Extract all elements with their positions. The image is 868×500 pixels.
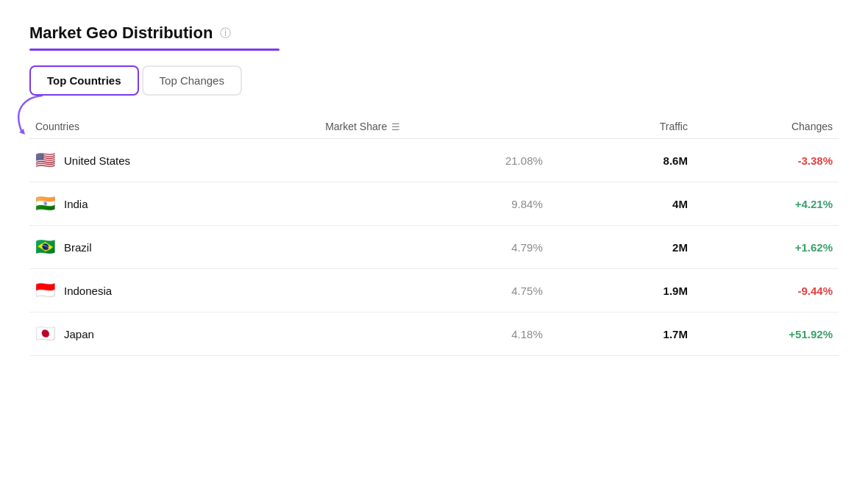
col-header-market-share: Market Share ☰ (325, 121, 543, 132)
market-share-value: 4.75% (325, 285, 543, 297)
country-flag: 🇧🇷 (35, 239, 55, 255)
page-title: Market Geo Distribution (29, 24, 213, 43)
change-value: +1.62% (688, 241, 833, 254)
change-value: -3.38% (688, 154, 833, 167)
change-value: +51.92% (688, 328, 833, 340)
country-name: United States (64, 154, 130, 167)
country-name: Brazil (64, 241, 92, 254)
market-share-value: 21.08% (325, 154, 543, 167)
country-flag: 🇮🇩 (35, 282, 55, 299)
filter-icon[interactable]: ☰ (391, 121, 400, 132)
info-icon[interactable]: ⓘ (220, 26, 231, 40)
title-underline (29, 49, 280, 51)
market-share-value: 9.84% (325, 198, 543, 210)
table-body: 🇺🇸 United States 21.08% 8.6M -3.38% 🇮🇳 I… (29, 139, 839, 356)
country-flag: 🇺🇸 (35, 152, 55, 168)
change-value: -9.44% (688, 285, 833, 297)
country-cell: 🇧🇷 Brazil (35, 239, 325, 255)
traffic-value: 1.9M (543, 285, 688, 297)
market-share-value: 4.79% (325, 241, 543, 254)
traffic-value: 1.7M (543, 328, 688, 340)
country-flag: 🇮🇳 (35, 196, 55, 212)
traffic-value: 2M (543, 241, 688, 254)
tab-top-changes[interactable]: Top Changes (142, 65, 242, 96)
traffic-value: 8.6M (543, 154, 688, 167)
table-row: 🇺🇸 United States 21.08% 8.6M -3.38% (29, 139, 839, 182)
table-row: 🇮🇩 Indonesia 4.75% 1.9M -9.44% (29, 269, 839, 312)
table-row: 🇯🇵 Japan 4.18% 1.7M +51.92% (29, 312, 839, 356)
tabs-container: Top Countries Top Changes (29, 65, 242, 96)
country-cell: 🇮🇳 India (35, 196, 325, 212)
change-value: +4.21% (688, 198, 833, 210)
col-header-changes: Changes (688, 121, 833, 132)
geo-table: Countries Market Share ☰ Traffic Changes… (29, 116, 839, 356)
svg-marker-0 (19, 129, 25, 135)
table-header: Countries Market Share ☰ Traffic Changes (29, 116, 839, 139)
country-cell: 🇺🇸 United States (35, 152, 325, 168)
table-row: 🇧🇷 Brazil 4.79% 2M +1.62% (29, 226, 839, 269)
country-flag: 🇯🇵 (35, 326, 55, 342)
traffic-value: 4M (543, 198, 688, 210)
country-cell: 🇮🇩 Indonesia (35, 282, 325, 299)
table-row: 🇮🇳 India 9.84% 4M +4.21% (29, 182, 839, 226)
col-header-countries: Countries (35, 121, 325, 132)
country-name: Indonesia (64, 285, 112, 297)
country-name: Japan (64, 328, 94, 340)
col-header-traffic: Traffic (543, 121, 688, 132)
widget-header: Market Geo Distribution ⓘ (29, 24, 839, 43)
market-share-value: 4.18% (325, 328, 543, 340)
tab-top-countries[interactable]: Top Countries (29, 65, 139, 96)
country-name: India (64, 198, 88, 210)
country-cell: 🇯🇵 Japan (35, 326, 325, 342)
